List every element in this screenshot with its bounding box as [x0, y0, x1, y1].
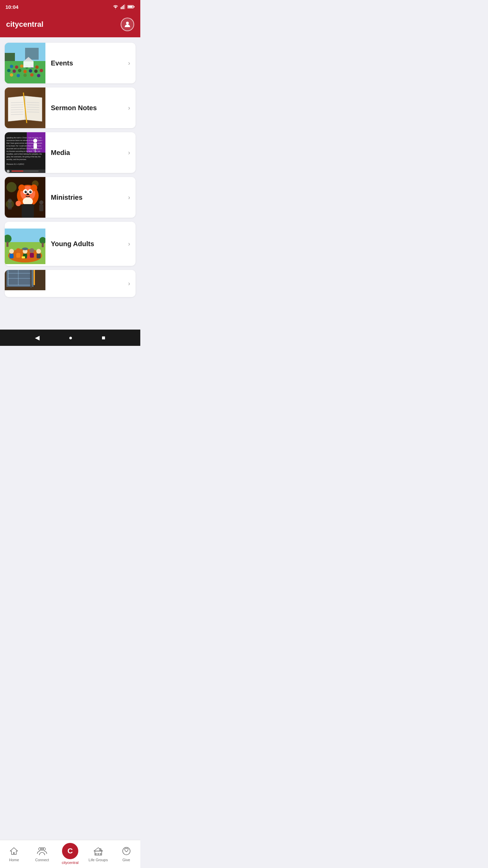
media-svg: speaking the truth in Christ—I am not ly…: [5, 132, 45, 173]
ministries-content: Ministries ›: [45, 194, 136, 201]
svg-point-104: [36, 249, 41, 254]
svg-rect-3: [124, 4, 125, 9]
app-title: citycentral: [6, 20, 43, 29]
events-menu-item[interactable]: Events ›: [5, 43, 136, 83]
svg-rect-91: [5, 223, 45, 229]
svg-point-86: [16, 201, 21, 206]
young-adults-menu-item[interactable]: Young Adults ›: [5, 222, 136, 266]
svg-rect-9: [25, 48, 39, 60]
svg-point-19: [13, 70, 16, 73]
svg-rect-103: [30, 253, 34, 258]
svg-rect-105: [37, 254, 41, 258]
media-menu-item[interactable]: speaking the truth in Christ—I am not ly…: [5, 132, 136, 173]
events-content: Events ›: [45, 59, 136, 67]
status-icons: [113, 4, 135, 9]
sermon-notes-content: Sermon Notes ›: [45, 104, 136, 112]
svg-rect-0: [121, 7, 122, 9]
ministries-label: Ministries: [51, 194, 82, 201]
media-image: speaking the truth in Christ—I am not ly…: [5, 132, 45, 173]
svg-point-79: [25, 191, 27, 193]
svg-rect-6: [128, 6, 133, 8]
svg-point-26: [17, 74, 20, 77]
svg-rect-10: [5, 53, 15, 61]
recents-button[interactable]: ■: [102, 334, 105, 341]
ministries-chevron: ›: [128, 194, 130, 201]
svg-text:Israelites, and to them belong: Israelites, and to them belong the adopt…: [6, 153, 42, 155]
menu-list: Events ›: [0, 37, 140, 302]
svg-point-20: [18, 69, 21, 72]
young-adults-content: Young Adults ›: [45, 240, 136, 248]
home-button[interactable]: ●: [69, 334, 73, 341]
svg-point-28: [30, 73, 34, 77]
android-nav-bar: ◀ ● ■: [0, 330, 140, 346]
svg-text:Romans 9:1–4 (ESV): Romans 9:1–4 (ESV): [6, 163, 24, 165]
svg-rect-110: [6, 242, 8, 247]
svg-rect-98: [16, 253, 20, 258]
status-bar: 10:04: [0, 0, 140, 14]
media-chevron: ›: [128, 149, 130, 156]
svg-point-29: [37, 74, 40, 77]
svg-point-18: [7, 69, 11, 72]
svg-rect-68: [12, 171, 23, 172]
svg-point-23: [34, 70, 38, 73]
svg-point-61: [33, 139, 37, 143]
sermon-notes-menu-item[interactable]: Sermon Notes ›: [5, 87, 136, 128]
sermon-notes-label: Sermon Notes: [51, 104, 97, 112]
svg-marker-34: [8, 96, 25, 121]
svg-text:conscience bears me witness in: conscience bears me witness in the Holy …: [6, 139, 43, 141]
media-content: Media ›: [45, 149, 136, 157]
svg-rect-96: [9, 254, 14, 258]
extra-content: ›: [45, 280, 136, 287]
svg-point-95: [9, 249, 14, 254]
svg-point-24: [40, 69, 43, 72]
svg-point-97: [16, 248, 21, 253]
young-adults-svg: [5, 223, 45, 264]
back-button[interactable]: ◀: [35, 334, 40, 341]
profile-button[interactable]: [121, 18, 134, 31]
svg-rect-85: [22, 204, 34, 218]
svg-marker-35: [25, 96, 42, 121]
svg-rect-30: [23, 61, 34, 67]
sermon-notes-chevron: ›: [128, 104, 130, 112]
sermon-notes-svg: [5, 87, 45, 128]
media-label: Media: [51, 149, 70, 157]
ministries-image: [5, 177, 45, 218]
svg-point-12: [10, 65, 13, 68]
svg-point-70: [6, 182, 17, 192]
svg-rect-5: [134, 6, 135, 7]
extra-menu-item[interactable]: ›: [5, 270, 136, 297]
svg-point-80: [29, 191, 32, 193]
extra-svg: [5, 270, 45, 290]
ministries-menu-item[interactable]: Ministries ›: [5, 177, 136, 218]
svg-point-25: [10, 73, 13, 77]
events-chevron: ›: [128, 60, 130, 67]
svg-point-87: [8, 199, 12, 203]
sermon-notes-image: [5, 87, 45, 128]
svg-text:worship, and the promises.: worship, and the promises.: [6, 158, 27, 160]
svg-rect-119: [30, 270, 32, 288]
young-adults-image: [5, 223, 45, 264]
extra-image: [5, 270, 45, 297]
svg-point-82: [30, 191, 31, 192]
svg-point-100: [22, 248, 28, 250]
svg-point-107: [27, 256, 30, 259]
events-image: [5, 43, 45, 83]
svg-rect-2: [123, 5, 124, 9]
svg-rect-106: [22, 256, 25, 258]
events-crowd-svg: [5, 43, 45, 83]
svg-rect-111: [42, 243, 44, 247]
svg-point-22: [29, 69, 32, 73]
events-label: Events: [51, 59, 73, 67]
young-adults-chevron: ›: [128, 240, 130, 248]
svg-point-66: [7, 170, 9, 173]
young-adults-label: Young Adults: [51, 240, 94, 248]
app-header: citycentral: [0, 14, 140, 37]
svg-rect-63: [33, 149, 38, 149]
ministries-svg: [5, 177, 45, 218]
svg-point-102: [29, 248, 34, 253]
svg-point-17: [35, 65, 39, 69]
svg-rect-62: [34, 143, 37, 149]
svg-point-21: [23, 70, 27, 73]
status-time: 10:04: [5, 4, 18, 10]
svg-rect-1: [122, 6, 123, 9]
